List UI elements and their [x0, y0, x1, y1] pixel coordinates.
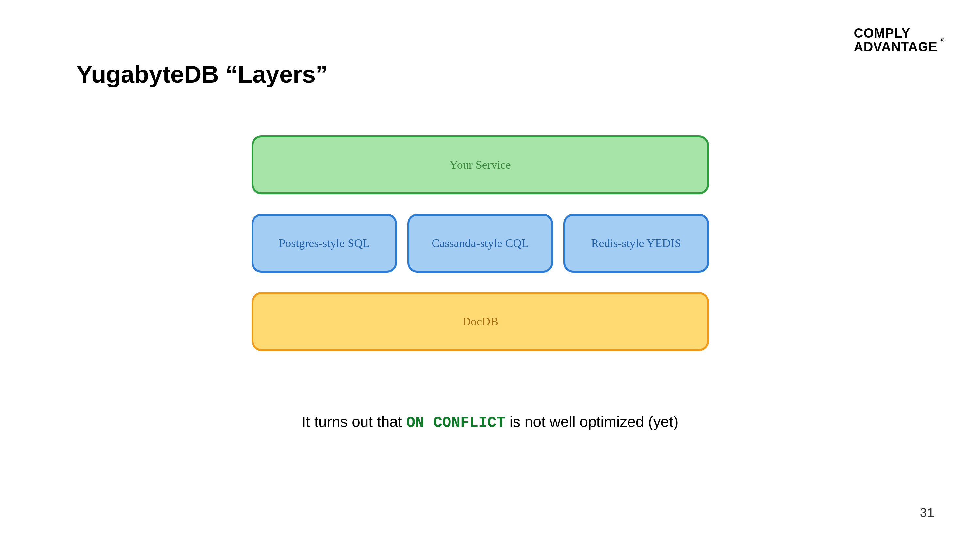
layer-mid-2-label: Redis-style YEDIS: [591, 236, 681, 250]
brand-line1: COMPLY: [854, 26, 937, 40]
page-number: 31: [920, 505, 935, 520]
layer-middle-row: Postgres-style SQL Cassanda-style CQL Re…: [251, 214, 709, 273]
layer-mid-1-label: Cassanda-style CQL: [432, 236, 529, 250]
layer-top-label: Your Service: [450, 158, 511, 172]
slide-title: YugabyteDB “Layers”: [76, 60, 328, 88]
layer-mid-0-label: Postgres-style SQL: [278, 236, 370, 250]
caption-prefix: It turns out that: [302, 413, 406, 430]
layer-redis-yedis: Redis-style YEDIS: [563, 214, 709, 273]
brand-line2: ADVANTAGE ®: [854, 40, 937, 54]
layer-your-service: Your Service: [251, 135, 709, 194]
registered-mark: ®: [940, 37, 945, 43]
caption-code: ON CONFLICT: [406, 414, 505, 432]
brand-line2-text: ADVANTAGE: [854, 40, 937, 54]
caption-suffix: is not well optimized (yet): [505, 413, 678, 430]
layer-docdb: DocDB: [251, 292, 709, 351]
layer-bottom-label: DocDB: [462, 315, 498, 329]
layer-cassandra-cql: Cassanda-style CQL: [407, 214, 553, 273]
caption-text: It turns out that ON CONFLICT is not wel…: [0, 413, 980, 432]
layer-postgres-sql: Postgres-style SQL: [251, 214, 397, 273]
layers-diagram: Your Service Postgres-style SQL Cassanda…: [251, 135, 709, 351]
brand-logo: COMPLY ADVANTAGE ®: [854, 26, 937, 54]
